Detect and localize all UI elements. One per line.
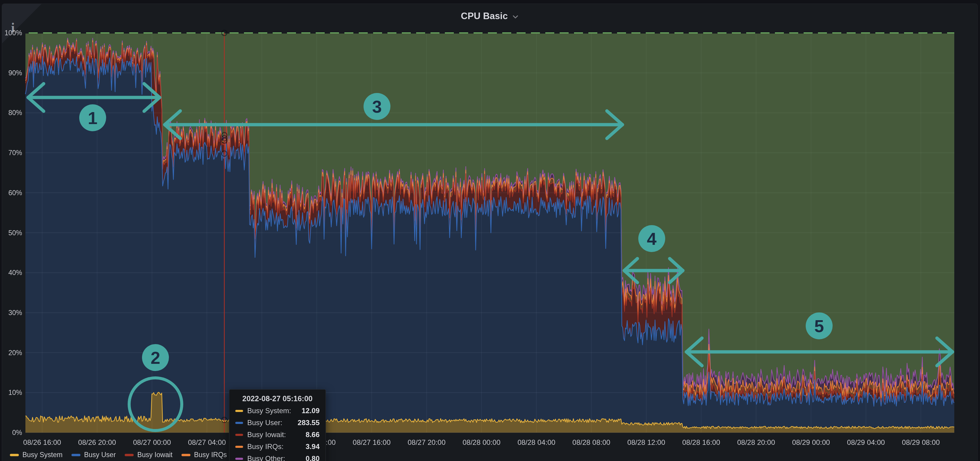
y-axis-tick-label: 10%	[0, 389, 22, 397]
x-axis-tick-label: 08/29 08:00	[896, 438, 946, 447]
tooltip-swatch	[235, 410, 243, 412]
y-axis-tick-label: 30%	[0, 309, 22, 317]
panel-title-menu[interactable]: CPU Basic	[461, 11, 519, 22]
y-axis-tick-label: 80%	[0, 109, 22, 117]
tooltip-series-value: 283.55	[298, 418, 320, 427]
y-axis-tick-label: 60%	[0, 189, 22, 197]
tooltip-swatch	[235, 434, 243, 436]
legend: Busy SystemBusy UserBusy IowaitBusy IRQs	[10, 451, 227, 459]
chart-tooltip: 2022-08-27 05:16:00 Busy System:12.09Bus…	[229, 389, 326, 461]
legend-swatch	[72, 454, 80, 456]
y-axis-tick-label: 100%	[0, 29, 22, 37]
legend-label: Busy User	[84, 451, 116, 459]
y-axis-tick-label: 70%	[0, 149, 22, 157]
x-axis-tick-label: 08/27 04:00	[181, 438, 232, 447]
x-axis-tick-label: 08/28 08:00	[566, 438, 617, 447]
y-axis-tick-label: 90%	[0, 69, 22, 77]
y-axis-tick-label: 50%	[0, 229, 22, 237]
y-axis-tick-label: 40%	[0, 269, 22, 277]
tooltip-row-busy-user: Busy User:283.55	[235, 418, 320, 427]
legend-label: Busy IRQs	[194, 451, 227, 459]
legend-item-busy-user[interactable]: Busy User	[72, 451, 116, 459]
tooltip-row-busy-other: Busy Other:0.80	[235, 455, 320, 461]
x-axis-tick-label: 08/27 20:00	[401, 438, 452, 447]
x-axis-tick-label: 08/28 00:00	[456, 438, 507, 447]
x-axis-tick-label: 08/28 12:00	[621, 438, 672, 447]
x-axis-tick-label: 08/28 16:00	[676, 438, 727, 447]
tooltip-swatch	[235, 446, 243, 448]
legend-swatch	[125, 454, 134, 456]
chevron-down-icon	[512, 13, 519, 20]
tooltip-series-value: 0.80	[305, 455, 320, 461]
x-axis-tick-label: 08/28 04:00	[511, 438, 562, 447]
tooltip-series-label: Busy Other:	[247, 455, 305, 461]
legend-item-busy-system[interactable]: Busy System	[10, 451, 62, 459]
tooltip-series-value: 8.66	[305, 431, 320, 439]
tooltip-swatch	[235, 458, 243, 460]
tooltip-swatch	[235, 422, 243, 424]
tooltip-row-busy-irqs: Busy IRQs:3.94	[235, 442, 320, 451]
grafana-cpu-basic-screen: i CPU Basic 0%10%20%30%40%50%60%70%80%90…	[0, 0, 980, 461]
legend-label: Busy Iowait	[137, 451, 172, 459]
tooltip-row-busy-system: Busy System:12.09	[235, 407, 320, 415]
legend-swatch	[181, 454, 191, 456]
x-axis-tick-label: 08/28 20:00	[731, 438, 781, 447]
x-axis-tick-label: 08/27 16:00	[346, 438, 397, 447]
x-axis-tick-label: 08/29 04:00	[841, 438, 891, 447]
cpu-usage-stacked-area-chart[interactable]	[0, 0, 980, 461]
legend-item-busy-iowait[interactable]: Busy Iowait	[125, 451, 172, 459]
x-axis-tick-label: 08/26 20:00	[72, 438, 123, 447]
tooltip-series-label: Busy System:	[247, 407, 302, 415]
y-axis-tick-label: 20%	[0, 349, 22, 357]
legend-label: Busy System	[22, 451, 62, 459]
tooltip-timestamp: 2022-08-27 05:16:00	[235, 394, 320, 403]
x-axis-tick-label: 08/27 00:00	[126, 438, 177, 447]
panel-header: CPU Basic	[0, 11, 980, 22]
panel-title: CPU Basic	[461, 11, 508, 22]
legend-swatch	[10, 454, 19, 456]
tooltip-series-value: 3.94	[305, 442, 320, 451]
x-axis-tick-label: 08/29 00:00	[786, 438, 837, 447]
legend-item-busy-irqs[interactable]: Busy IRQs	[181, 451, 227, 459]
tooltip-series-label: Busy User:	[247, 418, 298, 427]
tooltip-series-value: 12.09	[302, 407, 320, 415]
tooltip-series-label: Busy IRQs:	[247, 442, 305, 451]
tooltip-series-label: Busy Iowait:	[247, 431, 305, 439]
tooltip-row-busy-iowait: Busy Iowait:8.66	[235, 431, 320, 439]
y-axis-tick-label: 0%	[0, 429, 22, 437]
x-axis-tick-label: 08/26 16:00	[17, 438, 68, 447]
